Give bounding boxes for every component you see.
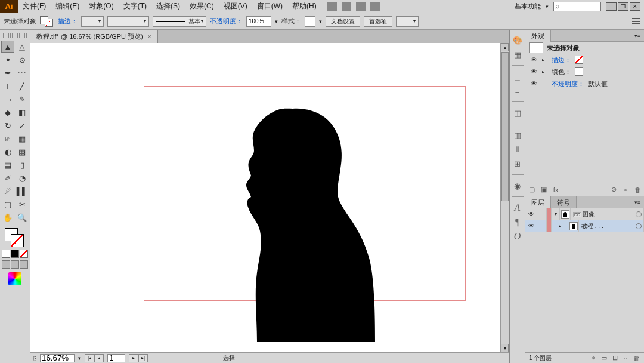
layer-name[interactable]: 教程 . . . xyxy=(579,222,633,230)
minimize-button[interactable]: — xyxy=(606,2,617,11)
color-mode-gradient[interactable] xyxy=(11,250,19,258)
lock-toggle[interactable] xyxy=(537,220,547,232)
search-input[interactable] xyxy=(553,2,601,11)
stroke-width-profile-dropdown[interactable]: ▾ xyxy=(107,16,149,27)
artboard-number-input[interactable] xyxy=(107,354,125,362)
visibility-toggle[interactable]: 👁 xyxy=(529,56,538,63)
stroke-panel-icon[interactable]: ≡ xyxy=(512,85,523,96)
transform-panel-icon[interactable]: ⊞ xyxy=(512,158,523,169)
width-tool[interactable]: ⎚ xyxy=(1,133,14,144)
color-mode-none[interactable] xyxy=(20,250,28,258)
stroke-link[interactable]: 描边： xyxy=(58,17,78,26)
slice-tool[interactable]: ✂ xyxy=(16,198,29,210)
color-panel-icon[interactable]: 🎨 xyxy=(512,35,523,45)
menu-edit[interactable]: 编辑(E) xyxy=(51,1,84,11)
shape-builder-tool[interactable]: ◐ xyxy=(1,146,14,158)
swatches-panel-icon[interactable]: ▦ xyxy=(512,49,523,60)
visibility-toggle[interactable]: 👁 xyxy=(529,80,538,87)
disclosure-triangle[interactable]: ▸ xyxy=(542,57,548,63)
chevron-down-icon[interactable]: ▾ xyxy=(78,355,81,361)
opacity-input[interactable] xyxy=(246,16,271,27)
layer-row[interactable]: 👁 ▸ 教程 . . . xyxy=(525,220,644,232)
fill-stroke-control[interactable] xyxy=(5,228,25,248)
zoom-tool[interactable]: 🔍 xyxy=(16,211,29,223)
draw-inside[interactable] xyxy=(20,260,28,269)
layer-row[interactable]: 👁 ▾ DD图像 xyxy=(525,208,644,220)
free-transform-tool[interactable]: ▦ xyxy=(16,133,29,144)
gradient-tool[interactable]: ▯ xyxy=(16,159,29,171)
gradient-panel-icon[interactable]: ◫ xyxy=(512,107,523,118)
graphic-style-swatch[interactable] xyxy=(305,16,315,27)
draw-normal[interactable] xyxy=(2,260,10,269)
add-effect-icon[interactable]: fx xyxy=(552,186,560,194)
disclosure-triangle[interactable]: ▸ xyxy=(542,69,548,75)
scroll-thumb[interactable] xyxy=(501,52,509,201)
delete-icon[interactable]: 🗑 xyxy=(633,186,642,194)
delete-layer-icon[interactable]: 🗑 xyxy=(632,354,640,362)
color-mode-color[interactable] xyxy=(2,250,10,258)
duplicate-icon[interactable]: ▫ xyxy=(621,186,630,194)
artboard-nav-icon[interactable]: ⎘ xyxy=(33,355,36,361)
maximize-button[interactable]: ❐ xyxy=(618,2,628,11)
target-icon[interactable] xyxy=(633,208,644,220)
symbols-tab[interactable]: 符号 xyxy=(551,196,577,208)
eraser-tool[interactable]: ◧ xyxy=(16,106,29,118)
brush-def-dropdown[interactable]: 基本▾ xyxy=(153,16,206,27)
artboard-tool[interactable]: ▢ xyxy=(1,198,14,210)
lasso-tool[interactable]: ⊙ xyxy=(16,54,29,66)
menu-select[interactable]: 选择(S) xyxy=(151,1,185,11)
add-fill-icon[interactable]: ▣ xyxy=(540,186,548,194)
column-graph-tool[interactable]: ▌▌ xyxy=(16,185,29,197)
workspace-switcher[interactable]: 基本功能 xyxy=(515,2,541,11)
bridge-icon[interactable] xyxy=(370,2,380,11)
curvature-tool[interactable]: 〰 xyxy=(16,67,29,79)
stroke-color-swatch[interactable] xyxy=(575,56,583,64)
panel-menu-icon[interactable]: ▾≡ xyxy=(631,30,644,41)
direct-selection-tool[interactable]: △ xyxy=(16,41,29,53)
perspective-grid-tool[interactable]: ▩ xyxy=(16,146,29,158)
layer-name[interactable]: DD图像 xyxy=(571,210,633,219)
mesh-tool[interactable]: ▤ xyxy=(1,159,14,171)
panel-menu-icon[interactable] xyxy=(632,18,640,25)
document-tab[interactable]: 教程.tif* @ 16.67% (RGB/GPU 预览) × xyxy=(30,30,158,43)
clear-icon[interactable]: ⊘ xyxy=(609,186,618,194)
zoom-input[interactable] xyxy=(40,354,75,362)
stroke-swatch[interactable] xyxy=(11,234,24,247)
panel-menu-icon[interactable]: ▾≡ xyxy=(631,196,644,208)
opacity-link[interactable]: 不透明度： xyxy=(210,17,243,26)
locate-object-icon[interactable]: ⌖ xyxy=(589,354,597,362)
hand-tool[interactable]: ✋ xyxy=(1,211,14,223)
pen-tool[interactable]: ✒ xyxy=(1,67,14,79)
transparency-panel-icon[interactable]: ▥ xyxy=(512,130,523,140)
add-stroke-icon[interactable]: ▢ xyxy=(528,186,536,194)
align-panel-icon[interactable]: ⫴ xyxy=(512,144,523,155)
visibility-toggle[interactable]: 👁 xyxy=(529,68,538,75)
menu-type[interactable]: 文字(T) xyxy=(119,1,151,11)
make-clipping-mask-icon[interactable]: ▭ xyxy=(600,354,608,362)
scroll-down-button[interactable]: ▾ xyxy=(501,344,509,352)
disclosure-triangle[interactable]: ▾ xyxy=(552,208,560,220)
close-button[interactable]: ✕ xyxy=(630,2,640,11)
panel-grip[interactable] xyxy=(3,33,27,38)
stroke-weight-dropdown[interactable]: ▾ xyxy=(81,16,104,27)
paragraph-panel-icon[interactable]: ¶ xyxy=(512,217,523,227)
appearance-tab[interactable]: 外观 xyxy=(525,30,551,42)
document-setup-button[interactable]: 文档设置 xyxy=(326,16,360,27)
selection-tool[interactable]: ▲ xyxy=(1,41,14,53)
vertical-scrollbar[interactable]: ▴ ▾ xyxy=(500,43,509,352)
menu-file[interactable]: 文件(F) xyxy=(18,1,51,11)
draw-behind[interactable] xyxy=(11,260,19,269)
symbol-sprayer-tool[interactable]: ☄ xyxy=(1,185,14,197)
last-artboard-button[interactable]: ▸| xyxy=(138,354,148,362)
fill-stroke-swatch[interactable] xyxy=(40,16,54,27)
new-sublayer-icon[interactable]: ⊞ xyxy=(611,354,619,362)
rectangle-tool[interactable]: ▭ xyxy=(1,93,14,105)
paintbrush-tool[interactable]: ✎ xyxy=(16,93,29,105)
next-artboard-button[interactable]: ▸ xyxy=(129,354,138,362)
menu-view[interactable]: 视图(V) xyxy=(219,1,252,11)
target-icon[interactable] xyxy=(633,220,644,232)
blend-tool[interactable]: ◔ xyxy=(16,172,29,184)
menu-window[interactable]: 窗口(W) xyxy=(252,1,287,11)
layers-tab[interactable]: 图层 xyxy=(525,196,551,208)
color-themes-icon[interactable]: ◉ xyxy=(512,180,523,191)
